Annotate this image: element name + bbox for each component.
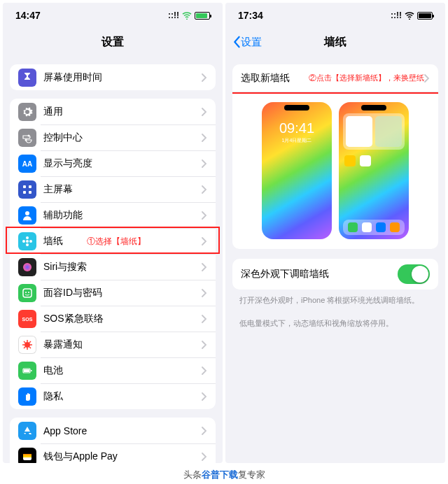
settings-row-siri[interactable]: Siri与搜索: [10, 254, 216, 280]
svg-point-12: [29, 240, 32, 243]
svg-point-11: [22, 240, 25, 243]
back-button[interactable]: 设置: [232, 36, 262, 49]
svg-text:AA: AA: [22, 160, 32, 168]
navbar: 设置 墙纸: [225, 28, 445, 56]
page-title: 墙纸: [324, 35, 346, 50]
settings-row-privacy[interactable]: 隐私: [10, 383, 216, 409]
svg-line-23: [24, 341, 25, 343]
row-label: 电池: [43, 364, 202, 377]
chevron-right-icon: [202, 263, 207, 271]
left-phone: 14:47 ::!! 设置 屏幕使用时间通用控制中心AA显示与亮度主屏幕辅助功能…: [3, 3, 223, 463]
svg-point-15: [25, 292, 27, 293]
lock-date: 1月4日星期二: [262, 137, 332, 144]
footnote: 打开深色外观时，iPhone 将根据环境光线调暗墙纸。: [239, 295, 431, 306]
status-bar: 17:34 ::!!: [225, 3, 445, 28]
svg-point-16: [28, 292, 29, 293]
svg-point-8: [26, 240, 29, 243]
faceid-icon: [18, 284, 36, 302]
choose-new-wallpaper-row[interactable]: 选取新墙纸 ②点击【选择新墙纸】，来换壁纸: [232, 64, 438, 92]
navbar: 设置: [3, 28, 223, 56]
chevron-right-icon: [202, 427, 207, 435]
svg-rect-3: [23, 185, 26, 188]
svg-point-7: [25, 211, 29, 215]
row-label: 辅助功能: [43, 209, 202, 222]
chevron-right-icon: [202, 237, 207, 245]
display-icon: AA: [18, 155, 36, 173]
screentime-icon: [18, 69, 36, 87]
svg-rect-29: [31, 370, 32, 371]
siri-icon: [18, 258, 36, 276]
status-icons: ::!!: [391, 10, 433, 20]
svg-rect-32: [23, 455, 31, 457]
sos-icon: SOS: [18, 310, 36, 328]
appstore-icon: [18, 422, 36, 440]
svg-line-24: [29, 347, 31, 348]
settings-row-sos[interactable]: SOSSOS紧急联络: [10, 306, 216, 332]
settings-row-exposure[interactable]: 暴露通知: [10, 332, 216, 357]
svg-rect-5: [23, 191, 26, 194]
settings-row-display[interactable]: AA显示与亮度: [10, 150, 216, 176]
footnote: 低电量模式下，动态墙纸和视角缩放将停用。: [239, 318, 431, 329]
svg-rect-6: [29, 191, 31, 194]
chevron-right-icon: [202, 73, 207, 82]
battery-icon: [18, 362, 36, 380]
row-label: 显示与亮度: [43, 157, 202, 170]
chevron-right-icon: [202, 185, 207, 194]
general-icon: [18, 103, 36, 121]
settings-row-access[interactable]: 辅助功能: [10, 202, 216, 228]
access-icon: [18, 206, 36, 225]
row-label: Siri与搜索: [43, 261, 202, 273]
settings-row-home[interactable]: 主屏幕: [10, 176, 216, 202]
status-bar: 14:47 ::!!: [3, 3, 223, 28]
chevron-right-icon: [202, 366, 207, 375]
settings-row-control[interactable]: 控制中心: [10, 124, 216, 150]
chevron-right-icon: [424, 74, 430, 83]
chevron-right-icon: [202, 211, 207, 220]
chevron-right-icon: [202, 315, 207, 323]
svg-point-9: [26, 236, 29, 239]
home-icon: [18, 180, 36, 199]
wallpaper-icon: [18, 232, 36, 250]
home-screen-preview[interactable]: [339, 102, 409, 239]
row-label: SOS紧急联络: [43, 313, 202, 325]
svg-point-10: [26, 243, 29, 246]
settings-row-battery[interactable]: 电池: [10, 357, 216, 383]
svg-point-13: [23, 263, 31, 271]
settings-row-screentime[interactable]: 屏幕使用时间: [10, 64, 216, 90]
chevron-right-icon: [202, 341, 207, 349]
svg-point-18: [24, 342, 30, 348]
settings-row-general[interactable]: 通用: [10, 99, 216, 124]
row-label: 钱包与Apple Pay: [43, 450, 202, 463]
wallet-icon: [18, 448, 36, 464]
row-label: 暴露通知: [43, 339, 202, 351]
chevron-right-icon: [202, 108, 207, 116]
control-icon: [18, 129, 36, 147]
chevron-right-icon: [202, 289, 207, 297]
row-label: 隐私: [43, 390, 202, 403]
row-label: 屏幕使用时间: [43, 71, 202, 84]
exposure-icon: [18, 336, 36, 354]
lock-time: 09:41: [262, 120, 332, 136]
settings-row-faceid[interactable]: 面容ID与密码: [10, 280, 216, 306]
back-label: 设置: [241, 36, 262, 49]
watermark: 头条谷普下载复专家: [0, 469, 448, 481]
privacy-icon: [18, 387, 36, 406]
chevron-right-icon: [202, 159, 207, 168]
svg-line-25: [29, 341, 31, 343]
status-icons: ::!!: [168, 10, 210, 20]
settings-row-appstore[interactable]: App Store: [10, 418, 216, 443]
settings-row-wallet[interactable]: 钱包与Apple Pay: [10, 443, 216, 463]
svg-rect-4: [29, 185, 31, 188]
svg-rect-14: [23, 289, 31, 297]
svg-rect-28: [24, 369, 29, 372]
row-label: App Store: [43, 425, 202, 436]
clock: 14:47: [15, 10, 41, 21]
lock-screen-preview[interactable]: 09:41 1月4日星期二: [262, 102, 332, 239]
right-phone: 17:34 ::!! 设置 墙纸 选取新墙纸 ②点击【选择新墙纸】，来换壁纸: [225, 3, 445, 463]
annotation-text: ②点击【选择新墙纸】，来换壁纸: [309, 73, 424, 83]
row-label: 主屏幕: [43, 183, 202, 196]
chevron-right-icon: [202, 453, 207, 461]
page-title: 设置: [102, 35, 124, 50]
dim-toggle[interactable]: [398, 264, 430, 284]
svg-text:SOS: SOS: [22, 317, 33, 322]
